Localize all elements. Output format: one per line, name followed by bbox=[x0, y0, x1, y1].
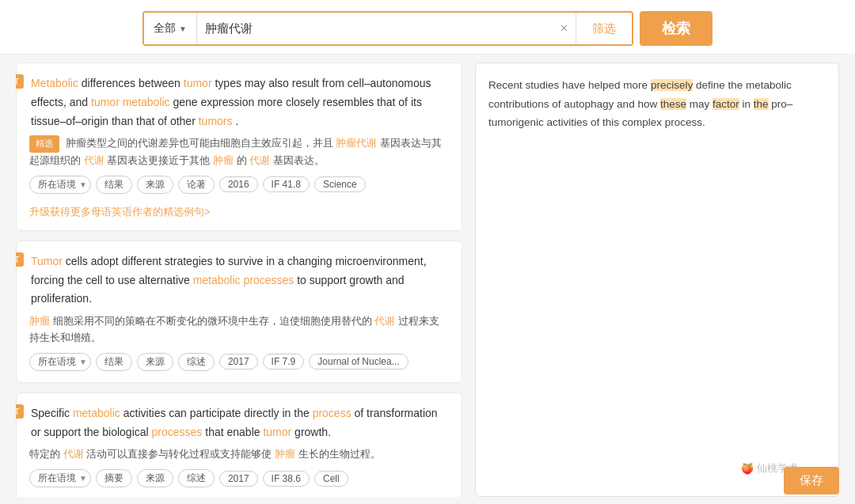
result-card-3: T Specific metabolic activities can part… bbox=[16, 392, 462, 497]
year-tag: 2016 bbox=[219, 176, 258, 192]
source-tag[interactable]: 来源 bbox=[137, 176, 173, 194]
en-text-1: Metabolic differences between tumor type… bbox=[29, 74, 449, 131]
if-tag: IF 38.6 bbox=[263, 471, 310, 487]
source-tag[interactable]: 来源 bbox=[137, 469, 173, 487]
watermark-icon: 🍑 bbox=[741, 463, 754, 475]
source-tag[interactable]: 来源 bbox=[137, 353, 173, 371]
highlight-these: these bbox=[660, 98, 686, 110]
en-text-2: Tumor cells adopt different strategies t… bbox=[29, 252, 449, 309]
keyword: tumor bbox=[184, 77, 212, 89]
zh-text-3: 特定的 代谢 活动可以直接参与转化过程或支持能够使 肿瘤 生长的生物过程。 bbox=[29, 446, 449, 463]
chevron-down-icon: ▼ bbox=[179, 25, 187, 33]
result-tag[interactable]: 结果 bbox=[96, 353, 132, 371]
search-type-selector[interactable]: 全部 ▼ bbox=[144, 13, 197, 44]
tag-row-1: 所在语境▼ 结果 来源 论著 2016 IF 41.8 Science bbox=[29, 176, 449, 194]
keyword: tumor bbox=[91, 96, 120, 108]
keyword: metabolic bbox=[73, 407, 120, 419]
highlight-factor: factor bbox=[712, 98, 739, 110]
keyword-zh: 肿瘤 bbox=[29, 315, 50, 327]
journal-tag: Cell bbox=[314, 471, 348, 487]
right-panel: Recent studies have helped more precisel… bbox=[475, 63, 839, 497]
clear-icon[interactable]: × bbox=[553, 21, 576, 36]
search-bar: 全部 ▼ × 筛选 检索 bbox=[0, 0, 855, 55]
filter-button[interactable]: 筛选 bbox=[576, 13, 632, 44]
keyword-zh: 代谢 bbox=[374, 315, 395, 327]
upgrade-link[interactable]: 升级获得更多母语英语作者的精选例句> bbox=[29, 205, 211, 219]
search-input[interactable] bbox=[197, 13, 553, 44]
if-tag: IF 41.8 bbox=[263, 176, 310, 192]
context-tag[interactable]: 所在语境▼ bbox=[29, 176, 91, 194]
save-button[interactable]: 保存 bbox=[784, 467, 839, 495]
search-button[interactable]: 检索 bbox=[640, 11, 712, 46]
context-tag[interactable]: 所在语境▼ bbox=[29, 469, 91, 487]
search-type-label: 全部 bbox=[154, 21, 176, 36]
year-tag: 2017 bbox=[219, 471, 258, 487]
keyword: metabolic processes bbox=[193, 274, 294, 286]
left-panel: T Metabolic differences between tumor ty… bbox=[16, 63, 462, 497]
keyword: tumors bbox=[199, 115, 233, 127]
keyword-zh: 肿瘤 bbox=[275, 448, 295, 460]
journal-tag: Science bbox=[314, 176, 366, 192]
context-tag[interactable]: 所在语境▼ bbox=[29, 353, 91, 371]
search-container: 全部 ▼ × 筛选 bbox=[142, 11, 633, 46]
card-icon-1: T bbox=[16, 74, 24, 89]
if-tag: IF 7.9 bbox=[263, 354, 305, 369]
keyword-zh: 代谢 bbox=[84, 154, 104, 166]
keyword: metabolic bbox=[123, 96, 170, 108]
keyword: Tumor bbox=[31, 255, 63, 267]
result-card: T Metabolic differences between tumor ty… bbox=[16, 63, 462, 231]
keyword-zh: 肿瘤 bbox=[213, 154, 234, 166]
year-tag: 2017 bbox=[219, 354, 258, 369]
card-icon-2: T bbox=[16, 252, 24, 267]
type-tag: 论著 bbox=[178, 176, 215, 194]
keyword-zh: 代谢 bbox=[249, 154, 270, 166]
type-tag: 综述 bbox=[178, 353, 215, 371]
tag-row-3: 所在语境▼ 摘要 来源 综述 2017 IF 38.6 Cell bbox=[29, 469, 449, 487]
keyword-zh: 肿瘤代谢 bbox=[336, 138, 377, 150]
zh-text-1: 精选 肿瘤类型之间的代谢差异也可能由细胞自主效应引起，并且 肿瘤代谢 基因表达与… bbox=[29, 135, 449, 169]
result-card-2: T Tumor cells adopt different strategies… bbox=[16, 241, 462, 383]
highlight-the: the bbox=[754, 98, 769, 110]
result-tag[interactable]: 结果 bbox=[96, 176, 132, 194]
highlight-precisely: precisely bbox=[651, 79, 693, 91]
keyword: tumor bbox=[263, 426, 291, 438]
tag-row-2: 所在语境▼ 结果 来源 综述 2017 IF 7.9 Journal of Nu… bbox=[29, 353, 449, 371]
type-tag: 综述 bbox=[178, 469, 215, 487]
journal-tag: Journal of Nuclea... bbox=[309, 354, 408, 369]
zh-text-2: 肿瘤 细胞采用不同的策略在不断变化的微环境中生存，迫使细胞使用替代的 代谢 过程… bbox=[29, 313, 449, 347]
en-text-3: Specific metabolic activities can partic… bbox=[29, 404, 449, 442]
keyword-zh: 代谢 bbox=[63, 448, 84, 460]
keyword: Metabolic bbox=[31, 77, 78, 89]
keyword: process bbox=[313, 407, 352, 419]
abstract-tag[interactable]: 摘要 bbox=[96, 469, 132, 487]
keyword: processes bbox=[152, 426, 203, 438]
premium-badge: 精选 bbox=[29, 135, 59, 153]
card-icon-3: T bbox=[16, 404, 24, 419]
right-panel-text: Recent studies have helped more precisel… bbox=[488, 76, 826, 132]
main-layout: T Metabolic differences between tumor ty… bbox=[0, 55, 855, 504]
